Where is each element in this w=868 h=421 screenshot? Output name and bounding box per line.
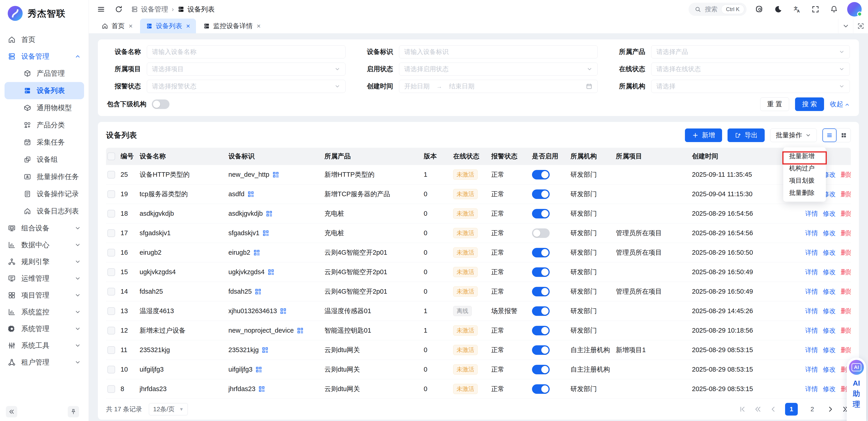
enabled-toggle[interactable] — [532, 306, 550, 316]
language-translate-icon[interactable]: 文A — [792, 4, 802, 15]
enabled-toggle[interactable] — [532, 345, 550, 355]
collapse-link[interactable]: 收起 — [830, 100, 850, 109]
row-checkbox[interactable] — [107, 210, 115, 217]
edit-link[interactable]: 修改 — [823, 268, 836, 276]
row-checkbox[interactable] — [107, 171, 115, 179]
delete-link[interactable]: 删除 — [841, 190, 851, 199]
export-button[interactable]: 导出 — [727, 128, 765, 142]
delete-link[interactable]: 删除 — [841, 326, 851, 335]
alarm-status-select[interactable]: 请选择报警状态 — [147, 80, 345, 93]
enabled-toggle[interactable] — [532, 170, 550, 179]
sidebar-item-home[interactable]: 首页 — [0, 31, 89, 48]
enabled-toggle[interactable] — [532, 248, 550, 258]
batch-menu-item-0[interactable]: 批量新增 — [783, 150, 826, 162]
notifications-bell-icon[interactable] — [829, 4, 839, 15]
sidebar-item-device-group[interactable]: 设备组 — [0, 151, 89, 168]
ai-assistant-widget[interactable]: AI AI助理 — [847, 358, 866, 421]
edit-link[interactable]: 修改 — [823, 248, 836, 257]
edit-link[interactable]: 修改 — [823, 326, 836, 335]
user-avatar[interactable] — [847, 2, 862, 17]
delete-link[interactable]: 删除 — [841, 248, 851, 257]
qr-code-icon[interactable] — [280, 307, 287, 315]
edit-link[interactable]: 修改 — [823, 287, 836, 296]
detail-link[interactable]: 详情 — [805, 326, 818, 335]
enabled-toggle[interactable] — [532, 326, 550, 335]
sidebar-item-system-management[interactable]: 系统管理 — [0, 321, 89, 337]
global-search-input[interactable]: 搜索 Ctrl K — [688, 3, 747, 16]
online-status-select[interactable]: 请选择在线状态 — [651, 63, 850, 76]
add-button[interactable]: 新增 — [685, 128, 722, 142]
row-checkbox[interactable] — [107, 307, 115, 315]
product-select[interactable]: 请选择产品 — [651, 45, 850, 58]
row-checkbox[interactable] — [107, 229, 115, 237]
qr-code-icon[interactable] — [258, 385, 265, 393]
edit-link[interactable]: 修改 — [823, 307, 836, 315]
detail-link[interactable]: 详情 — [805, 268, 818, 276]
tab-monitor-device-detail[interactable]: 监控设备详情 × — [197, 19, 267, 33]
qr-code-icon[interactable] — [255, 366, 262, 373]
sidebar-item-system-tools[interactable]: 系统工具 — [0, 337, 89, 354]
tab-list-chevron-icon[interactable] — [838, 19, 853, 33]
next-page-icon[interactable] — [827, 405, 834, 413]
qr-code-icon[interactable] — [254, 288, 262, 295]
close-icon[interactable]: × — [186, 22, 190, 30]
sidebar-item-combo-device[interactable]: 组合设备 — [0, 220, 89, 237]
include-sub-org-toggle[interactable] — [152, 99, 169, 109]
detail-link[interactable]: 详情 — [805, 209, 818, 218]
content-expand-icon[interactable] — [853, 19, 868, 33]
close-icon[interactable]: × — [129, 22, 133, 30]
close-icon[interactable]: × — [257, 22, 261, 30]
enabled-toggle[interactable] — [532, 287, 550, 296]
qr-code-icon[interactable] — [297, 327, 304, 334]
qr-code-icon[interactable] — [253, 249, 260, 256]
search-button[interactable]: 搜 索 — [795, 97, 824, 111]
sidebar-item-system-monitor[interactable]: 系统监控 — [0, 304, 89, 321]
refresh-icon[interactable] — [113, 4, 124, 15]
grid-view-icon[interactable] — [837, 128, 850, 142]
detail-link[interactable]: 详情 — [805, 365, 818, 374]
prev-page-icon[interactable] — [770, 405, 777, 413]
edit-link[interactable]: 修改 — [823, 229, 836, 237]
sidebar-item-batch-task[interactable]: 批量操作任务 — [0, 168, 89, 185]
page-number-2[interactable]: 2 — [806, 403, 818, 416]
page-number-1[interactable]: 1 — [785, 403, 798, 416]
settings-gear-icon[interactable] — [754, 4, 765, 15]
row-checkbox[interactable] — [107, 288, 115, 296]
sidebar-pin-button[interactable] — [68, 406, 79, 417]
ai-assistant-icon[interactable]: AI — [849, 360, 864, 375]
batch-operations-button[interactable]: 批量操作 — [770, 128, 817, 142]
qr-code-icon[interactable] — [262, 230, 269, 237]
sidebar-item-device-log[interactable]: 设备日志列表 — [0, 203, 89, 220]
row-checkbox[interactable] — [107, 327, 115, 334]
edit-link[interactable]: 修改 — [823, 346, 836, 354]
detail-link[interactable]: 详情 — [805, 229, 818, 237]
sidebar-item-collect-task[interactable]: 采集任务 — [0, 134, 89, 151]
qr-code-icon[interactable] — [266, 210, 273, 217]
device-identifier-input[interactable]: 请输入设备标识 — [399, 45, 598, 58]
qr-code-icon[interactable] — [261, 347, 269, 354]
create-time-daterange[interactable]: 开始日期 → 结束日期 — [399, 80, 598, 93]
delete-link[interactable]: 删除 — [841, 209, 851, 218]
sidebar-item-ops-management[interactable]: 运维管理 — [0, 270, 89, 287]
row-checkbox[interactable] — [107, 346, 115, 354]
enabled-toggle[interactable] — [532, 365, 550, 374]
detail-link[interactable]: 详情 — [805, 307, 818, 315]
edit-link[interactable]: 修改 — [823, 365, 836, 374]
enabled-toggle[interactable] — [532, 229, 550, 238]
delete-link[interactable]: 删除 — [841, 171, 851, 179]
detail-link[interactable]: 详情 — [805, 346, 818, 354]
page-size-select[interactable]: 12条/页 ▼ — [149, 403, 188, 415]
sidebar-item-rule-engine[interactable]: 规则引擎 — [0, 253, 89, 270]
edit-link[interactable]: 修改 — [823, 385, 836, 393]
batch-menu-item-3[interactable]: 批量删除 — [783, 187, 826, 199]
qr-code-icon[interactable] — [272, 171, 279, 178]
sidebar-item-project-management[interactable]: 项目管理 — [0, 287, 89, 304]
list-view-icon[interactable] — [823, 128, 837, 142]
jump-back-icon[interactable] — [754, 405, 762, 413]
hamburger-menu-icon[interactable] — [96, 4, 106, 15]
qr-code-icon[interactable] — [247, 190, 254, 198]
enable-status-select[interactable]: 请选择启用状态 — [399, 63, 598, 76]
breadcrumb-device-management[interactable]: 设备管理 — [131, 5, 168, 14]
delete-link[interactable]: 删除 — [841, 268, 851, 276]
project-select[interactable]: 请选择项目 — [147, 63, 345, 76]
